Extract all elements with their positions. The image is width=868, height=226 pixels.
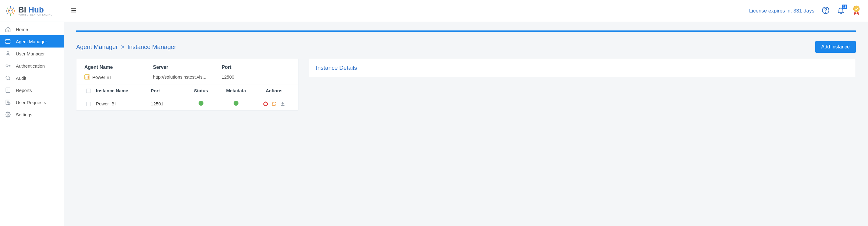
svg-point-13 bbox=[825, 12, 826, 12]
select-all-checkbox[interactable] bbox=[86, 89, 90, 93]
svg-rect-16 bbox=[6, 42, 10, 43]
table-row[interactable]: Power_BI 12501 bbox=[76, 97, 298, 110]
sidebar-item-label: Reports bbox=[16, 88, 32, 93]
accent-bar bbox=[76, 30, 856, 32]
sidebar-item-audit[interactable]: Audit bbox=[0, 72, 64, 84]
svg-point-5 bbox=[13, 7, 14, 8]
svg-point-7 bbox=[7, 13, 8, 14]
svg-rect-34 bbox=[281, 105, 284, 106]
sidebar-item-authentication[interactable]: Authentication bbox=[0, 60, 64, 72]
instance-details-title: Instance Details bbox=[309, 59, 856, 77]
authentication-icon bbox=[5, 63, 11, 69]
settings-icon bbox=[5, 111, 11, 118]
add-instance-button[interactable]: Add Instance bbox=[815, 41, 856, 53]
svg-point-2 bbox=[14, 10, 16, 11]
svg-point-20 bbox=[6, 65, 8, 67]
sidebar-item-user-manager[interactable]: User Manager bbox=[0, 47, 64, 60]
agent-name-label: Agent Name bbox=[84, 65, 153, 70]
help-icon[interactable] bbox=[822, 6, 830, 15]
license-status: License expires in: 331 days bbox=[749, 8, 814, 14]
sidebar-item-label: Agent Manager bbox=[16, 39, 47, 44]
svg-point-19 bbox=[7, 52, 9, 54]
sidebar-item-reports[interactable]: Reports bbox=[0, 84, 64, 96]
port-label: Port bbox=[222, 65, 290, 70]
download-instance-button[interactable] bbox=[280, 101, 285, 107]
svg-rect-32 bbox=[88, 75, 89, 78]
col-port: Port bbox=[151, 88, 184, 93]
server-label: Server bbox=[153, 65, 221, 70]
sidebar-item-label: Audit bbox=[16, 75, 26, 81]
user-manager-icon bbox=[5, 51, 11, 57]
award-icon[interactable] bbox=[852, 5, 861, 17]
sidebar-item-label: User Manager bbox=[16, 51, 45, 56]
logo-icon bbox=[5, 5, 17, 17]
toggle-sidebar-icon[interactable] bbox=[64, 7, 76, 15]
sidebar-item-agent-manager[interactable]: Agent Manager bbox=[0, 35, 64, 47]
breadcrumb-current: Instance Manager bbox=[127, 43, 176, 51]
svg-point-1 bbox=[10, 6, 11, 8]
sidebar-item-label: Authentication bbox=[16, 63, 45, 68]
svg-point-4 bbox=[6, 10, 7, 11]
user-requests-icon bbox=[5, 99, 11, 105]
svg-rect-30 bbox=[86, 77, 86, 78]
sidebar-item-home[interactable]: Home bbox=[0, 23, 64, 35]
row-checkbox[interactable] bbox=[86, 102, 90, 106]
reports-icon bbox=[5, 87, 11, 93]
breadcrumb: Agent Manager > Instance Manager bbox=[76, 43, 176, 51]
home-icon bbox=[5, 26, 11, 32]
svg-point-8 bbox=[7, 7, 8, 8]
svg-point-29 bbox=[7, 114, 9, 116]
sidebar-item-label: Settings bbox=[16, 112, 32, 117]
chevron-right-icon: > bbox=[121, 43, 125, 51]
col-instance-name: Instance Name bbox=[96, 88, 151, 93]
svg-point-33 bbox=[264, 102, 268, 106]
logo-text: BI Hub YOUR BI SEARCH ENGINE bbox=[18, 6, 52, 16]
col-actions: Actions bbox=[254, 88, 294, 93]
svg-rect-15 bbox=[6, 39, 10, 41]
svg-point-6 bbox=[13, 13, 14, 14]
svg-line-22 bbox=[9, 79, 10, 80]
instance-port-value: 12501 bbox=[151, 101, 184, 106]
server-value: http://solutionsinstest.vis... bbox=[153, 74, 221, 79]
col-metadata: Metadata bbox=[218, 88, 254, 93]
metadata-dot-icon bbox=[234, 101, 239, 106]
logo[interactable]: BI Hub YOUR BI SEARCH ENGINE bbox=[0, 5, 64, 17]
sidebar: Home Agent Manager User Manager Authenti… bbox=[0, 22, 64, 226]
topbar: BI Hub YOUR BI SEARCH ENGINE License exp… bbox=[0, 0, 868, 22]
svg-point-14 bbox=[854, 6, 860, 12]
stop-instance-button[interactable] bbox=[263, 101, 268, 107]
col-status: Status bbox=[184, 88, 218, 93]
svg-rect-31 bbox=[87, 76, 87, 78]
instance-name-value: Power_BI bbox=[96, 101, 151, 106]
agent-name-value: Power BI bbox=[92, 75, 111, 80]
sidebar-item-label: User Requests bbox=[16, 100, 46, 105]
refresh-instance-button[interactable] bbox=[271, 101, 277, 107]
powerbi-icon bbox=[84, 74, 90, 80]
sidebar-item-label: Home bbox=[16, 27, 28, 32]
instance-table: Instance Name Port Status Metadata Actio… bbox=[76, 84, 298, 110]
audit-icon bbox=[5, 75, 11, 81]
svg-point-21 bbox=[6, 76, 9, 79]
status-dot-icon bbox=[198, 101, 204, 106]
notifications-icon[interactable]: 11 bbox=[837, 6, 845, 15]
port-value: 12500 bbox=[222, 74, 290, 79]
sidebar-item-user-requests[interactable]: User Requests bbox=[0, 96, 64, 108]
svg-point-3 bbox=[10, 14, 11, 15]
agent-manager-icon bbox=[5, 38, 11, 44]
breadcrumb-root[interactable]: Agent Manager bbox=[76, 43, 118, 51]
instance-details-card: Instance Details bbox=[309, 59, 856, 77]
notification-badge: 11 bbox=[842, 5, 847, 9]
agent-card: Agent Name Power BI Server http://soluti… bbox=[76, 59, 299, 110]
sidebar-item-settings[interactable]: Settings bbox=[0, 108, 64, 121]
main-content: Agent Manager > Instance Manager Add Ins… bbox=[64, 22, 868, 226]
